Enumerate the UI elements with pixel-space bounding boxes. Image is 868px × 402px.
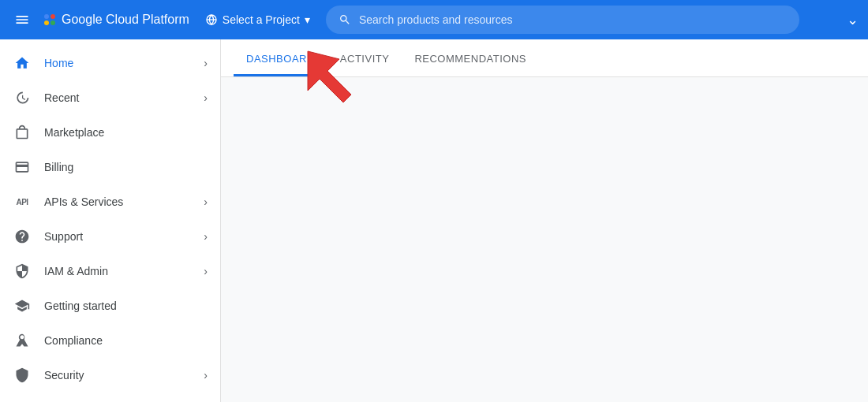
logo-text: Google Cloud Platform [62,13,189,27]
sidebar-item-apis-label: APIs & Services [44,195,191,208]
sidebar-item-apis[interactable]: API APIs & Services › [0,184,220,219]
apis-icon: API [13,192,32,211]
project-selector[interactable]: Select a Project ▾ [199,10,316,29]
logo-dots [44,14,55,25]
tabs-bar: DASHBOARD ACTIVITY RECOMMENDATIONS [221,39,868,77]
sidebar-item-support[interactable]: Support › [0,219,220,254]
sidebar-item-security-label: Security [44,369,191,382]
sidebar-item-getting-started[interactable]: Getting started [0,288,220,323]
expand-icon[interactable]: ⌄ [847,11,859,28]
menu-icon[interactable] [9,7,35,32]
sidebar-item-support-label: Support [44,230,191,243]
sidebar-item-home-label: Home [44,57,191,69]
topbar-right: ⌄ [847,11,859,28]
apis-chevron-icon: › [204,195,208,208]
search-icon [339,13,351,26]
getting-started-icon [13,296,32,315]
marketplace-icon [13,123,32,142]
tab-recommendations[interactable]: RECOMMENDATIONS [402,43,539,76]
content-area: DASHBOARD ACTIVITY RECOMMENDATIONS [221,39,868,402]
recent-chevron-icon: › [204,91,208,104]
security-chevron-icon: › [204,369,208,382]
logo: Google Cloud Platform [44,13,189,27]
sidebar-item-compliance[interactable]: Compliance [0,323,220,358]
compliance-icon [13,331,32,350]
sidebar-item-iam-label: IAM & Admin [44,265,191,277]
recent-icon [13,88,32,107]
security-icon [13,366,32,385]
sidebar-item-billing[interactable]: Billing [0,150,220,184]
sidebar: Home › Recent › Marketplace [0,39,221,402]
billing-icon [13,158,32,177]
search-placeholder: Search products and resources [359,13,513,26]
project-dropdown-icon: ▾ [305,13,310,26]
sidebar-item-iam[interactable]: IAM & Admin › [0,254,220,288]
sidebar-item-billing-label: Billing [44,161,208,173]
search-bar[interactable]: Search products and resources [326,6,799,34]
iam-chevron-icon: › [204,265,208,277]
support-chevron-icon: › [204,230,208,243]
support-icon [13,227,32,246]
sidebar-item-recent-label: Recent [44,91,191,104]
tab-dashboard[interactable]: DASHBOARD [234,43,327,76]
dashboard-content [221,77,868,402]
sidebar-item-getting-started-label: Getting started [44,300,208,312]
sidebar-item-marketplace-label: Marketplace [44,126,208,139]
sidebar-item-compliance-label: Compliance [44,334,208,347]
project-selector-text: Select a Project [223,13,300,26]
sidebar-item-home[interactable]: Home › [0,46,220,80]
sidebar-item-marketplace[interactable]: Marketplace [0,115,220,150]
home-chevron-icon: › [204,57,208,69]
tab-activity[interactable]: ACTIVITY [327,43,402,76]
sidebar-item-security[interactable]: Security › [0,358,220,393]
home-icon [13,54,32,73]
iam-icon [13,262,32,281]
sidebar-item-recent[interactable]: Recent › [0,80,220,115]
topbar: Google Cloud Platform Select a Project ▾… [0,0,868,39]
